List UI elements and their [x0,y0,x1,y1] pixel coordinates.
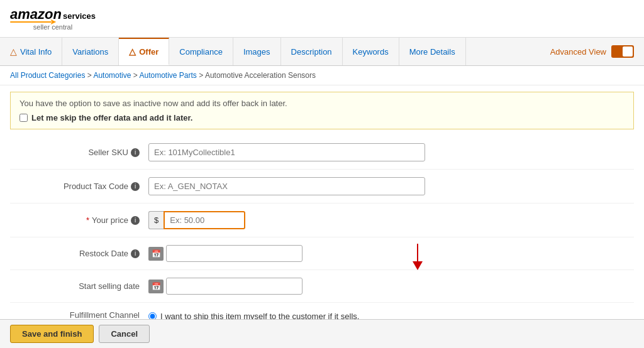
tab-variations-label: Variations [72,47,108,57]
your-price-info-icon[interactable]: i [131,216,140,225]
tab-description-label: Description [291,47,332,57]
breadcrumb: All Product Categories > Automotive > Au… [0,66,644,85]
seller-sku-label: Seller SKU i [10,148,148,157]
skip-offer-label: Let me skip the offer data and add it la… [31,113,192,122]
breadcrumb-current: Automotive Acceleration Sensors [205,71,316,80]
tab-more-details-label: More Details [409,47,455,57]
amazon-logo: amazon services ➤ seller central [10,6,96,31]
start-selling-date-calendar-icon[interactable]: 📅 [148,280,164,293]
bottom-bar: Save and finish Cancel [0,319,644,348]
tab-vital-info-label: Vital Info [20,47,52,57]
start-selling-date-calendar: 📅 [148,278,303,295]
red-arrow-indicator [413,244,423,270]
start-selling-date-row: Start selling date 📅 [10,270,634,303]
tab-compliance[interactable]: Compliance [169,38,233,65]
tab-keywords[interactable]: Keywords [343,38,399,65]
restock-date-info-icon[interactable]: i [131,249,140,258]
form-area: Seller SKU i Product Tax Code i * Your p… [0,136,644,342]
tab-more-details[interactable]: More Details [399,38,466,65]
advanced-view-toggle[interactable]: Advanced View [540,38,644,65]
product-tax-code-label: Product Tax Code i [10,182,148,191]
tab-compliance-label: Compliance [179,47,223,57]
start-selling-date-input[interactable] [166,278,303,295]
notice-message: You have the option to save as inactive … [19,99,625,108]
offer-warning-icon: △ [129,46,136,57]
notice-bar: You have the option to save as inactive … [10,92,634,129]
your-price-input-wrap: $ [148,211,245,229]
advanced-view-switch[interactable] [611,45,634,58]
seller-sku-row: Seller SKU i [10,136,634,170]
vital-info-warning-icon: △ [10,46,17,57]
product-tax-code-input-wrap [148,177,425,195]
breadcrumb-automotive-parts[interactable]: Automotive Parts [139,71,196,80]
restock-date-label: Restock Date i [10,249,148,258]
restock-date-input-wrap: 📅 [148,245,425,262]
tab-keywords-label: Keywords [353,47,389,57]
tabs-bar: △ Vital Info Variations △ Offer Complian… [0,38,644,66]
restock-date-input[interactable] [166,245,303,262]
logo: amazon services ➤ seller central [10,6,96,31]
currency-symbol: $ [148,211,164,229]
your-price-input[interactable] [164,211,245,229]
services-label: services [63,11,96,21]
tab-images-label: Images [243,47,270,57]
breadcrumb-sep3: > [199,71,205,80]
product-tax-code-input[interactable] [148,177,425,195]
fulfillment-channel-label: Fulfillment Channel [10,310,148,320]
seller-sku-info-icon[interactable]: i [131,148,140,157]
tab-variations[interactable]: Variations [62,38,119,65]
save-finish-button[interactable]: Save and finish [10,325,94,343]
restock-date-row: Restock Date i 📅 [10,237,634,270]
toggle-knob [623,46,633,57]
header: amazon services ➤ seller central [0,0,644,38]
tab-images[interactable]: Images [233,38,281,65]
seller-sku-input[interactable] [148,143,425,161]
advanced-view-label: Advanced View [550,47,606,57]
restock-date-calendar: 📅 [148,245,303,262]
start-selling-date-label: Start selling date [10,281,148,291]
product-tax-code-row: Product Tax Code i [10,170,634,204]
price-input-group: $ [148,211,245,229]
skip-offer-checkbox[interactable] [19,114,28,122]
breadcrumb-automotive[interactable]: Automotive [93,71,131,80]
breadcrumb-all-categories[interactable]: All Product Categories [10,71,85,80]
seller-sku-input-wrap [148,143,425,161]
tab-description[interactable]: Description [281,38,343,65]
your-price-label: * Your price i [10,215,148,225]
start-selling-date-input-wrap: 📅 [148,278,425,295]
tab-vital-info[interactable]: △ Vital Info [0,38,62,65]
required-marker: * [86,215,89,225]
cancel-button[interactable]: Cancel [99,325,150,343]
restock-date-calendar-icon[interactable]: 📅 [148,247,164,261]
breadcrumb-sep1: > [87,71,94,80]
tab-offer-label: Offer [139,47,158,57]
product-tax-code-info-icon[interactable]: i [131,182,140,191]
tab-spacer [466,38,540,65]
notice-checkbox-row: Let me skip the offer data and add it la… [19,113,625,122]
tab-offer[interactable]: △ Offer [119,38,169,65]
your-price-row: * Your price i $ [10,204,634,237]
